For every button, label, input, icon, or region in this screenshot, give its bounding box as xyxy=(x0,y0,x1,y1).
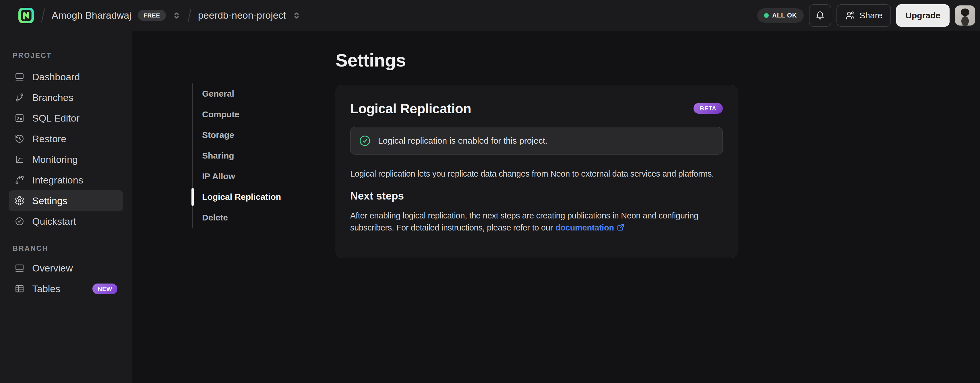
user-avatar[interactable] xyxy=(955,5,975,26)
upgrade-button[interactable]: Upgrade xyxy=(896,4,950,27)
next-steps-text: After enabling logical replication, the … xyxy=(350,210,723,234)
neon-logo-icon[interactable] xyxy=(18,7,35,24)
sidebar-item-settings[interactable]: Settings xyxy=(9,190,123,211)
plan-badge: FREE xyxy=(138,10,166,21)
history-clock-icon xyxy=(14,134,25,144)
sidebar-item-monitoring[interactable]: Monitoring xyxy=(9,149,123,170)
notifications-button[interactable] xyxy=(809,4,831,27)
settings-nav-compute[interactable]: Compute xyxy=(193,104,302,125)
status-pill[interactable]: ALL OK xyxy=(757,8,804,23)
project-name[interactable]: peerdb-neon-project xyxy=(198,10,286,21)
replication-description: Logical replication lets you replicate d… xyxy=(350,168,723,180)
sidebar-section-branch-label: BRANCH xyxy=(9,244,123,253)
sidebar-item-label: Tables xyxy=(32,283,60,294)
users-icon xyxy=(845,10,856,21)
org-name[interactable]: Amogh Bharadwaj xyxy=(52,10,132,21)
status-text: ALL OK xyxy=(772,12,797,19)
sidebar-item-label: Branches xyxy=(32,92,73,103)
sidebar-section-project-label: PROJECT xyxy=(9,51,123,60)
sidebar-item-label: Restore xyxy=(32,133,66,144)
overview-window-icon xyxy=(14,263,25,273)
settings-nav-general[interactable]: General xyxy=(193,84,302,104)
sidebar-item-integrations[interactable]: Integrations xyxy=(9,170,123,190)
settings-nav-sharing[interactable]: Sharing xyxy=(193,146,302,166)
topbar: Amogh Bharadwaj FREE peerdb-neon-project… xyxy=(0,0,980,31)
sidebar-item-overview[interactable]: Overview xyxy=(9,258,123,279)
settings-subnav: General Compute Storage Sharing IP Allow… xyxy=(192,84,302,228)
sidebar-item-sql-editor[interactable]: SQL Editor xyxy=(9,108,123,128)
replication-enabled-banner: Logical replication is enabled for this … xyxy=(350,127,723,155)
terminal-icon xyxy=(14,113,25,123)
main-content: Settings Logical Replication BETA Logica… xyxy=(336,49,737,258)
card-title: Logical Replication xyxy=(350,101,471,116)
sidebar-item-label: SQL Editor xyxy=(32,113,80,124)
sidebar-item-quickstart[interactable]: Quickstart xyxy=(9,211,123,232)
check-circle-icon xyxy=(14,216,25,226)
sidebar-item-label: Quickstart xyxy=(32,216,76,227)
sidebar: PROJECT Dashboard Branches SQL Editor xyxy=(0,31,132,383)
sidebar-item-label: Monitoring xyxy=(32,154,78,165)
breadcrumb-divider xyxy=(41,8,45,23)
sidebar-item-label: Settings xyxy=(32,195,67,206)
gear-icon xyxy=(14,196,25,206)
next-steps-title: Next steps xyxy=(350,190,723,202)
new-badge: NEW xyxy=(92,283,118,294)
documentation-link[interactable]: documentation xyxy=(555,223,614,232)
status-ok-dot-icon xyxy=(764,13,769,18)
org-selector-chevrons-icon[interactable] xyxy=(172,11,181,20)
sidebar-item-tables[interactable]: Tables NEW xyxy=(9,279,123,299)
sidebar-item-label: Integrations xyxy=(32,174,83,186)
sidebar-item-branches[interactable]: Branches xyxy=(9,87,123,108)
breadcrumb: Amogh Bharadwaj FREE peerdb-neon-project xyxy=(18,7,301,24)
chart-curve-icon xyxy=(14,154,25,165)
settings-nav-storage[interactable]: Storage xyxy=(193,125,302,146)
topbar-actions: ALL OK Share Upgrade xyxy=(757,4,975,27)
sidebar-item-restore[interactable]: Restore xyxy=(9,128,123,149)
page-title: Settings xyxy=(336,49,737,72)
settings-nav-ip-allow[interactable]: IP Allow xyxy=(193,166,302,187)
success-check-circle-icon xyxy=(358,135,371,147)
sidebar-item-label: Dashboard xyxy=(32,71,80,82)
git-branch-icon xyxy=(14,92,25,103)
settings-nav-delete[interactable]: Delete xyxy=(193,207,302,228)
sidebar-item-label: Overview xyxy=(32,263,73,274)
breadcrumb-divider xyxy=(187,8,192,23)
logical-replication-card: Logical Replication BETA Logical replica… xyxy=(336,85,737,258)
sidebar-item-dashboard[interactable]: Dashboard xyxy=(9,66,123,87)
share-button[interactable]: Share xyxy=(837,4,891,27)
project-selector-chevrons-icon[interactable] xyxy=(292,11,301,20)
dashboard-window-icon xyxy=(14,72,25,82)
external-link-icon[interactable] xyxy=(616,223,625,232)
share-label: Share xyxy=(859,11,882,21)
bell-icon xyxy=(815,10,825,21)
card-header: Logical Replication BETA xyxy=(350,100,723,117)
beta-badge: BETA xyxy=(694,103,723,114)
settings-nav-logical-replication[interactable]: Logical Replication xyxy=(193,187,302,207)
next-steps-text-before-link: After enabling logical replication, the … xyxy=(350,211,698,232)
integrations-flow-icon xyxy=(14,175,25,185)
banner-text: Logical replication is enabled for this … xyxy=(378,136,547,146)
table-icon xyxy=(14,283,25,294)
